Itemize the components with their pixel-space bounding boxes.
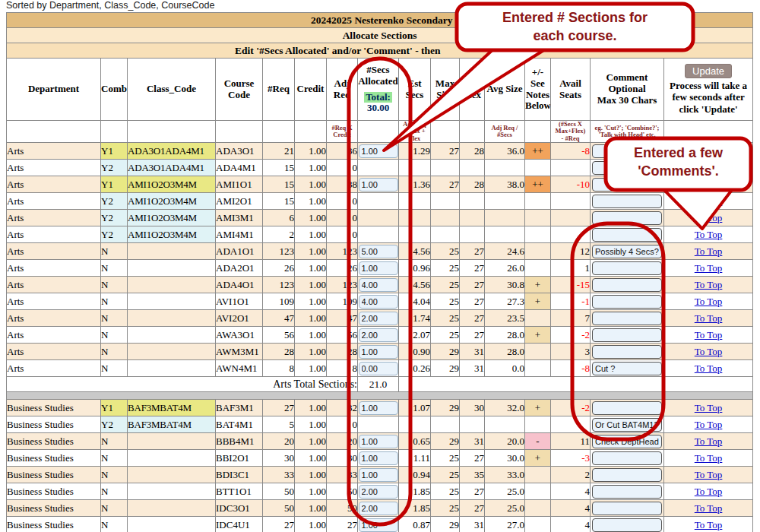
to-top-link[interactable]: To Top bbox=[695, 502, 723, 514]
secs-allocated-input[interactable] bbox=[359, 178, 398, 192]
cell-max-flex: 27 bbox=[460, 327, 485, 344]
secs-allocated-input[interactable] bbox=[359, 485, 398, 499]
comment-input[interactable] bbox=[592, 261, 662, 275]
comment-input[interactable] bbox=[592, 278, 662, 292]
cell-secs-allocated bbox=[358, 517, 399, 532]
cell-class-code: BAF3MBAT4M bbox=[128, 400, 216, 416]
cell-avail-seats: -10 bbox=[551, 176, 591, 193]
secs-allocated-input[interactable] bbox=[359, 261, 398, 275]
to-top-link[interactable]: To Top bbox=[695, 162, 723, 173]
to-top-link[interactable]: To Top bbox=[695, 296, 723, 307]
col-header-update: Update Process will take a few seconds a… bbox=[664, 59, 753, 121]
secs-allocated-input[interactable] bbox=[359, 144, 398, 158]
to-top-link[interactable]: To Top bbox=[695, 435, 723, 447]
to-top-link[interactable]: To Top bbox=[695, 329, 723, 340]
comment-input[interactable] bbox=[592, 362, 662, 375]
comment-input[interactable] bbox=[592, 451, 662, 465]
total-label: Total: bbox=[364, 92, 392, 103]
cell-avail-seats bbox=[551, 193, 591, 210]
cell-comment bbox=[591, 416, 664, 433]
cell-max-size: 29 bbox=[431, 360, 460, 377]
course-row: Business StudiesNIDC4U1271.00270.8729312… bbox=[7, 517, 753, 532]
cell-adj-req: 26 bbox=[327, 260, 358, 277]
to-top-link[interactable]: To Top bbox=[695, 363, 723, 374]
to-top-link[interactable]: To Top bbox=[695, 229, 723, 240]
secs-allocated-input[interactable] bbox=[359, 518, 398, 532]
secs-allocated-input[interactable] bbox=[359, 362, 398, 375]
to-top-link[interactable]: To Top bbox=[695, 179, 723, 190]
cell-comment bbox=[591, 400, 664, 416]
secs-allocated-input[interactable] bbox=[359, 245, 398, 258]
comment-input[interactable] bbox=[592, 295, 662, 309]
cell-plusminus-flag bbox=[525, 483, 551, 500]
comment-input[interactable] bbox=[592, 144, 662, 158]
to-top-link[interactable]: To Top bbox=[695, 486, 723, 497]
cell-comb: Y1 bbox=[101, 143, 128, 160]
secs-allocated-input[interactable] bbox=[359, 401, 398, 415]
cell-req: 26 bbox=[263, 260, 295, 277]
secs-allocated-input[interactable] bbox=[359, 295, 398, 309]
to-top-link[interactable]: To Top bbox=[695, 279, 723, 290]
comment-input[interactable] bbox=[592, 328, 662, 342]
cell-max-flex: 35 bbox=[460, 467, 485, 483]
to-top-link[interactable]: To Top bbox=[695, 346, 723, 357]
cell-avail-seats: -2 bbox=[551, 327, 591, 344]
cell-comment bbox=[591, 210, 664, 226]
to-top-link[interactable]: To Top bbox=[695, 402, 723, 413]
secs-allocated-input[interactable] bbox=[359, 468, 398, 482]
cell-department: Business Studies bbox=[7, 450, 101, 467]
to-top-link[interactable]: To Top bbox=[695, 195, 723, 207]
cell-secs-allocated bbox=[358, 310, 399, 327]
cell-secs-allocated bbox=[358, 277, 399, 293]
cell-to-top: To Top bbox=[664, 416, 753, 433]
comment-input[interactable] bbox=[592, 245, 662, 258]
secs-allocated-input[interactable] bbox=[359, 502, 398, 515]
to-top-link[interactable]: To Top bbox=[695, 212, 723, 223]
comment-input[interactable] bbox=[592, 211, 662, 225]
comment-input[interactable] bbox=[592, 502, 662, 515]
cell-to-top: To Top bbox=[664, 500, 753, 517]
cell-avail-seats bbox=[551, 226, 591, 243]
cell-req: 50 bbox=[263, 483, 295, 500]
comment-input[interactable] bbox=[592, 418, 662, 432]
secs-allocated-input[interactable] bbox=[359, 435, 398, 448]
section-total-value: 21.0 bbox=[358, 377, 399, 392]
cell-avg-size: 25.0 bbox=[485, 500, 525, 517]
cell-credit: 1.00 bbox=[295, 327, 327, 344]
comment-input[interactable] bbox=[592, 228, 662, 242]
secs-allocated-input[interactable] bbox=[359, 345, 398, 359]
cell-req: 21 bbox=[263, 143, 295, 160]
to-top-link[interactable]: To Top bbox=[695, 145, 723, 157]
course-row: ArtsY2AMI1O2O3M4MAMI4M121.000To Top bbox=[7, 226, 753, 243]
cell-course-code: AMI3M1 bbox=[216, 210, 263, 226]
update-button[interactable]: Update bbox=[685, 64, 732, 78]
to-top-link[interactable]: To Top bbox=[695, 519, 723, 530]
comment-input[interactable] bbox=[592, 518, 662, 532]
comment-input[interactable] bbox=[592, 468, 662, 482]
comment-input[interactable] bbox=[592, 178, 662, 192]
cell-credit: 1.00 bbox=[295, 360, 327, 377]
cell-credit: 1.00 bbox=[295, 260, 327, 277]
allocation-table: 20242025 Nesterenko Secondary School 202… bbox=[6, 12, 753, 532]
comment-input[interactable] bbox=[592, 485, 662, 499]
comment-input[interactable] bbox=[592, 401, 662, 415]
to-top-link[interactable]: To Top bbox=[695, 245, 723, 257]
comment-input[interactable] bbox=[592, 312, 662, 325]
secs-allocated-input[interactable] bbox=[359, 312, 398, 325]
to-top-link[interactable]: To Top bbox=[695, 262, 723, 274]
comment-input[interactable] bbox=[592, 195, 662, 208]
secs-allocated-input[interactable] bbox=[359, 451, 398, 465]
to-top-link[interactable]: To Top bbox=[695, 469, 723, 480]
to-top-link[interactable]: To Top bbox=[695, 452, 723, 464]
to-top-link[interactable]: To Top bbox=[695, 312, 723, 324]
secs-allocated-input[interactable] bbox=[359, 328, 398, 342]
course-row: ArtsNAVI1O11091.001094.04252727.3+-1To T… bbox=[7, 293, 753, 310]
to-top-link[interactable]: To Top bbox=[695, 419, 723, 430]
secs-allocated-input[interactable] bbox=[359, 278, 398, 292]
cell-avg-size: 24.6 bbox=[485, 243, 525, 260]
cell-max-size bbox=[431, 416, 460, 433]
comment-input[interactable] bbox=[592, 345, 662, 359]
cell-department: Business Studies bbox=[7, 433, 101, 450]
comment-input[interactable] bbox=[592, 435, 662, 448]
comment-input[interactable] bbox=[592, 161, 662, 175]
